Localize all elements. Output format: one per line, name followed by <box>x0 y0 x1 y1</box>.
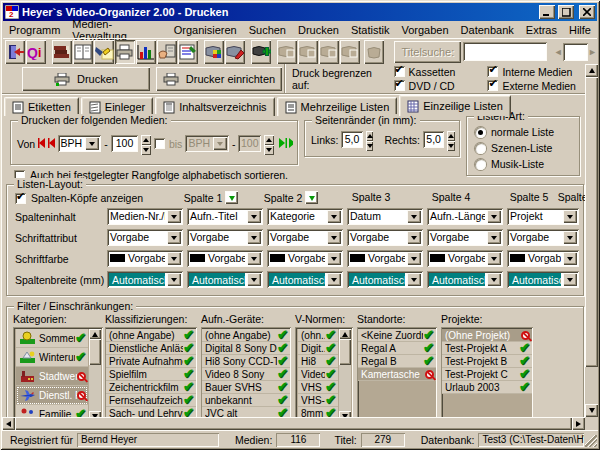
database-edit-button[interactable] <box>225 40 245 64</box>
scroll-left-button[interactable] <box>2 417 15 430</box>
main-vertical-scrollbar[interactable] <box>585 64 598 417</box>
dropdown-arrow-icon[interactable] <box>407 252 421 265</box>
menu-organisieren[interactable]: Organisieren <box>168 23 243 37</box>
rechts-spinner[interactable] <box>447 131 455 148</box>
content-select-1[interactable]: Medien-Nr./Po <box>107 208 183 225</box>
checkbox-kassetten[interactable]: Kassetten <box>394 66 484 78</box>
dropdown-arrow-icon[interactable] <box>487 210 501 223</box>
dropdown-arrow-icon[interactable] <box>327 273 341 286</box>
menu-suchen[interactable]: Suchen <box>243 23 292 37</box>
list-settings-button[interactable] <box>178 40 198 64</box>
list-item[interactable]: Urlaub 2003 <box>442 381 532 394</box>
exit-button[interactable] <box>5 40 25 64</box>
font-color-select-1[interactable]: Vorgabe <box>107 250 183 267</box>
scroll-thumb[interactable] <box>89 339 101 365</box>
prev-arrow-icon[interactable]: ◄ <box>554 47 563 57</box>
checkbox-externe-medien[interactable]: Externe Medien <box>487 80 585 92</box>
font-attr-select-4[interactable]: Vorgabe <box>347 229 423 246</box>
standorte-list[interactable]: <Keine Zuordnu... Regal A Regal B Kamert… <box>357 327 437 423</box>
projekte-list[interactable]: (Ohne Projekt) Test-Projekt A Test-Proje… <box>441 327 533 423</box>
database-report-button[interactable] <box>204 40 224 64</box>
scroll-thumb[interactable] <box>585 77 598 367</box>
drucker-einrichten-button[interactable]: Drucker einrichten <box>156 67 282 91</box>
font-color-select-3[interactable]: Vorgabe <box>267 250 343 267</box>
minimize-button[interactable] <box>539 5 555 19</box>
col-width-select-2[interactable]: Automatisch <box>187 271 263 288</box>
v-normen-list[interactable]: (ohn... Digit... Hi8 Video 8 VHS VHS-C 8… <box>295 327 353 423</box>
col-width-select-1[interactable]: Automatisch <box>107 271 183 288</box>
font-color-select-2[interactable]: Vorgabe <box>187 250 263 267</box>
menu-extras[interactable]: Extras <box>520 23 563 37</box>
dropdown-arrow-icon[interactable] <box>247 210 261 223</box>
list-item[interactable]: Dienstl. R... <box>16 386 88 405</box>
radio-musik-liste[interactable]: Musik-Liste <box>475 158 544 170</box>
dropdown-arrow-icon[interactable] <box>327 210 341 223</box>
list-item[interactable]: Sommeru... <box>16 329 88 348</box>
content-select-6[interactable]: Projekt <box>507 208 579 225</box>
dropdown-arrow-icon[interactable] <box>487 273 501 286</box>
radio-szenen-liste[interactable]: Szenen-Liste <box>475 142 552 154</box>
media-management-button[interactable] <box>52 40 72 64</box>
titelsuche-button[interactable]: Titelsuche: <box>394 41 461 63</box>
font-attr-select-1[interactable]: Vorgabe <box>107 229 183 246</box>
checkbox-dvd-cd[interactable]: DVD / CD <box>394 80 484 92</box>
list-item[interactable]: Kamertasche <box>358 368 436 381</box>
scroll-down-button[interactable] <box>585 404 598 417</box>
dropdown-arrow-icon[interactable] <box>327 252 341 265</box>
quickinfo-button[interactable]: Qi <box>26 40 46 64</box>
font-attr-select-2[interactable]: Vorgabe <box>187 229 263 246</box>
font-attr-select-5[interactable]: Vorgabe <box>427 229 503 246</box>
organizer-button[interactable] <box>73 40 93 64</box>
column-menu-button[interactable] <box>305 191 318 204</box>
dropdown-arrow-icon[interactable] <box>487 252 501 265</box>
database-add-button[interactable] <box>251 40 271 64</box>
print-button-toolbar[interactable] <box>115 40 135 64</box>
dropdown-arrow-icon[interactable] <box>407 273 421 286</box>
font-color-select-4[interactable]: Vorgabe <box>347 250 423 267</box>
kategorien-scrollbar[interactable] <box>89 329 101 421</box>
dropdown-arrow-icon[interactable] <box>563 210 577 223</box>
maximize-button[interactable] <box>558 5 574 19</box>
dropdown-arrow-icon[interactable] <box>407 210 421 223</box>
from-type-select[interactable]: BPH <box>58 135 102 152</box>
font-attr-select-6[interactable]: Vorgabe <box>507 229 579 246</box>
page-indicator-field[interactable] <box>563 43 588 61</box>
main-horizontal-scrollbar[interactable] <box>2 417 585 430</box>
spalten-koepfe-checkbox[interactable]: Spalten-Köpfe anzeigen <box>15 192 143 204</box>
menu-vorgaben[interactable]: Vorgaben <box>395 23 454 37</box>
dropdown-arrow-icon[interactable] <box>247 252 261 265</box>
col-width-select-5[interactable]: Automatisch <box>427 271 503 288</box>
tab-inhaltsverzeichnis[interactable]: Inhaltsverzeichnis <box>155 97 274 116</box>
bis-checkbox[interactable]: bis <box>154 138 182 150</box>
menu-programm[interactable]: Programm <box>3 23 66 37</box>
klassifizierungen-list[interactable]: (ohne Angabe) Dienstliche Anlässe Privat… <box>105 327 197 423</box>
scroll-up-button[interactable] <box>89 329 101 339</box>
dropdown-arrow-icon[interactable] <box>167 210 181 223</box>
statistics-button[interactable] <box>136 40 156 64</box>
from-number-spinner[interactable] <box>141 135 151 152</box>
from-number-field[interactable]: 100 <box>111 135 139 152</box>
drucken-button[interactable]: Drucken <box>22 67 150 91</box>
scroll-thumb[interactable] <box>339 339 351 365</box>
scroll-thumb[interactable] <box>15 417 572 430</box>
list-item[interactable]: Regal B <box>358 355 436 368</box>
first-media-icon[interactable] <box>38 138 54 149</box>
links-spinner[interactable] <box>366 131 374 148</box>
next-arrow-icon[interactable]: ► <box>588 47 597 57</box>
content-select-4[interactable]: Datum <box>347 208 423 225</box>
font-color-select-6[interactable]: Vorgabe <box>507 250 579 267</box>
scroll-up-button[interactable] <box>339 329 351 339</box>
scroll-right-button[interactable] <box>572 417 585 430</box>
col-width-select-4[interactable]: Automatisch <box>347 271 423 288</box>
close-button[interactable] <box>579 5 595 19</box>
dropdown-arrow-icon[interactable] <box>167 273 181 286</box>
rechts-field[interactable]: 5,0 <box>423 131 444 148</box>
dropdown-arrow-icon[interactable] <box>487 231 501 244</box>
aufn-geraete-list[interactable]: (ohne Angabe) Digital 8 Sony DC... Hi8 S… <box>201 327 291 423</box>
dropdown-arrow-icon[interactable] <box>407 231 421 244</box>
content-select-2[interactable]: Aufn.-Titel <box>187 208 263 225</box>
list-item[interactable]: Stadtwer... <box>16 367 88 386</box>
dropdown-arrow-icon[interactable] <box>167 252 181 265</box>
dropdown-arrow-icon[interactable] <box>167 231 181 244</box>
dropdown-arrow-icon[interactable] <box>247 231 261 244</box>
